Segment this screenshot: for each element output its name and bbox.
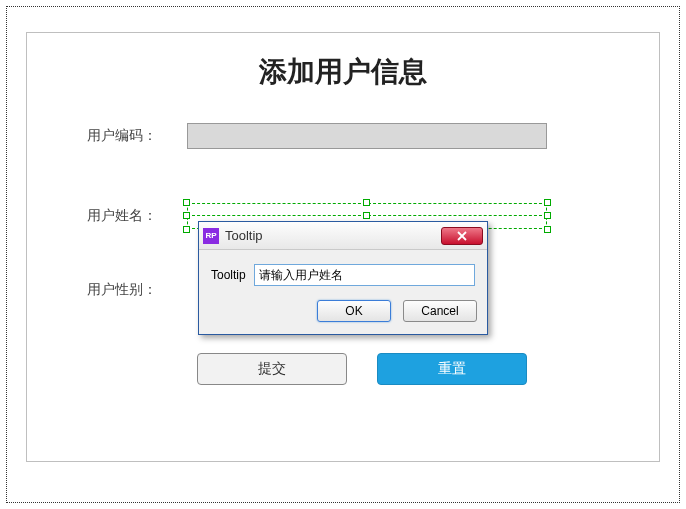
label-user-code: 用户编码： [87,127,187,145]
resize-handle[interactable] [183,212,190,219]
dialog-titlebar[interactable]: RP Tooltip [199,222,487,250]
submit-button[interactable]: 提交 [197,353,347,385]
reset-button[interactable]: 重置 [377,353,527,385]
row-user-code: 用户编码： [87,123,547,149]
resize-handle[interactable] [544,226,551,233]
tooltip-input[interactable] [254,264,475,286]
ok-button[interactable]: OK [317,300,391,322]
dialog-title-text: Tooltip [225,228,263,243]
resize-handle[interactable] [363,212,370,219]
cancel-button[interactable]: Cancel [403,300,477,322]
tooltip-dialog: RP Tooltip Tooltip OK Cancel [198,221,488,335]
input-user-code[interactable] [187,123,547,149]
close-button[interactable] [441,227,483,245]
close-icon [456,231,468,241]
dialog-footer: OK Cancel [199,292,487,334]
app-logo-icon: RP [203,228,219,244]
resize-handle[interactable] [183,226,190,233]
row-user-gender: 用户性别： [87,281,187,299]
dialog-body: Tooltip [199,250,487,292]
resize-handle[interactable] [544,199,551,206]
resize-handle[interactable] [544,212,551,219]
resize-handle[interactable] [363,199,370,206]
label-user-gender: 用户性别： [87,281,187,299]
button-row: 提交 重置 [197,353,527,385]
page-title: 添加用户信息 [27,53,659,91]
label-user-name: 用户姓名： [87,207,187,225]
resize-handle[interactable] [183,199,190,206]
dialog-field-label: Tooltip [211,268,246,282]
